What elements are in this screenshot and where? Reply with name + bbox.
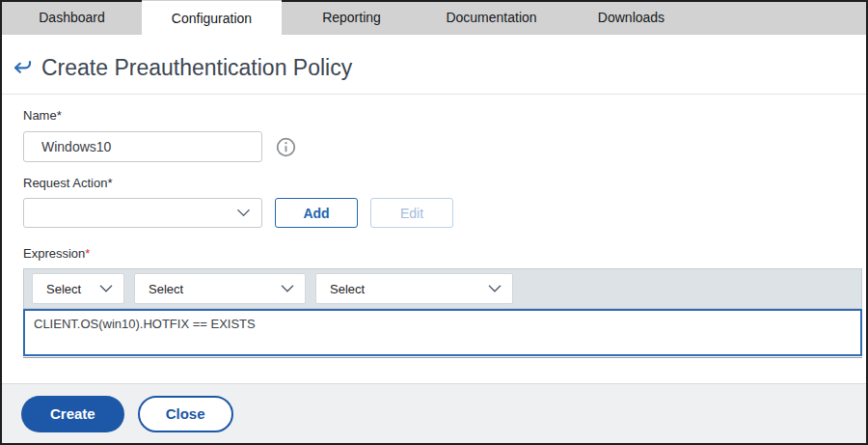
edit-button[interactable]: Edit [370,198,453,228]
policy-form: Name* Request Action* Add Edit [2,108,866,358]
back-arrow-icon [11,59,32,77]
add-button[interactable]: Add [275,198,358,228]
window-top-border [2,0,866,2]
expression-select-3[interactable]: Select [315,273,513,304]
expression-select-2[interactable]: Select [134,273,306,304]
expression-select-1-value: Select [46,282,81,296]
expression-select-2-value: Select [149,282,183,296]
tab-dashboard[interactable]: Dashboard [2,0,142,35]
create-button[interactable]: Create [21,396,124,432]
info-icon[interactable] [276,137,296,157]
expression-resize-handle[interactable] [23,356,862,358]
request-action-label: Request Action* [23,176,866,190]
expression-label-text: Expression [23,246,85,261]
page-header: Create Preauthentication Policy [2,35,866,81]
expression-required-asterisk: * [85,246,90,261]
request-action-row: Add Edit [23,198,866,228]
chevron-down-icon [281,285,294,292]
request-action-select[interactable] [23,198,262,228]
expression-toolbar: Select Select Select [23,268,862,309]
main-tab-bar: Dashboard Configuration Reporting Docume… [2,0,866,35]
page-title: Create Preauthentication Policy [41,55,352,81]
tab-reporting[interactable]: Reporting [282,0,421,35]
close-button[interactable]: Close [138,396,233,432]
tab-documentation[interactable]: Documentation [421,0,561,35]
header-divider [2,94,866,95]
chevron-down-icon [99,285,113,292]
chevron-down-icon [236,209,251,217]
chevron-down-icon [488,285,502,292]
name-field-row [23,131,866,162]
tab-configuration[interactable]: Configuration [142,0,282,35]
form-footer: Create Close [2,383,866,443]
expression-select-1[interactable]: Select [32,273,124,304]
back-button[interactable] [10,58,33,79]
expression-label: Expression* [23,246,866,261]
app-window: Dashboard Configuration Reporting Docume… [0,0,868,445]
info-icon-glyph [276,137,296,157]
expression-input[interactable]: CLIENT.OS(win10).HOTFIX == EXISTS [23,309,862,356]
expression-select-3-value: Select [330,282,365,296]
name-label: Name* [23,108,866,123]
name-input[interactable] [23,131,262,162]
tab-downloads[interactable]: Downloads [561,0,701,35]
